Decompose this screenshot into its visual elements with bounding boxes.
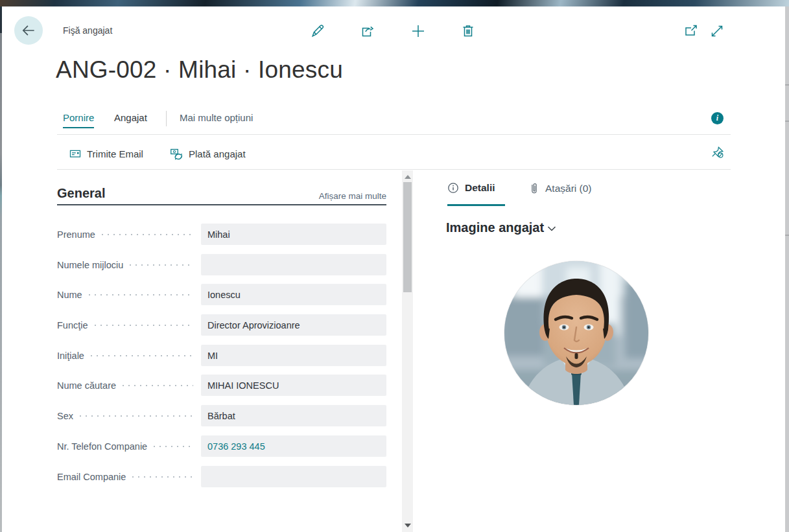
general-heading-rule xyxy=(57,204,386,205)
field-value: Bărbat xyxy=(207,411,235,421)
field-row-sex: Sex Bărbat xyxy=(57,405,386,426)
field-row-nume: Nume Ionescu xyxy=(57,284,386,305)
arrow-left-icon xyxy=(20,22,37,39)
scroll-up-icon[interactable] xyxy=(405,175,411,179)
share-button[interactable] xyxy=(359,23,376,40)
email-field[interactable] xyxy=(201,466,386,487)
field-row-nume-cautare: Nume căutare MIHAI IONESCU xyxy=(57,375,386,396)
field-row-email: Email Companie xyxy=(57,466,386,487)
dotted-leader xyxy=(80,415,193,417)
dotted-leader xyxy=(91,355,193,356)
employee-image-label: Imagine angajat xyxy=(446,220,544,235)
scroll-down-icon[interactable] xyxy=(405,524,411,527)
employee-photo[interactable] xyxy=(504,261,648,405)
field-label: Prenume xyxy=(57,229,95,240)
dotted-leader xyxy=(130,264,193,266)
paperclip-icon xyxy=(529,182,539,194)
banknote-refresh-icon xyxy=(170,147,183,161)
plus-icon xyxy=(410,23,426,39)
share-icon xyxy=(360,23,375,39)
dotted-leader xyxy=(102,234,193,235)
fullscreen-button[interactable] xyxy=(709,23,725,40)
dotted-leader xyxy=(154,446,193,447)
tab-detalii[interactable]: Detalii xyxy=(447,182,495,194)
field-row-functie: Funcţie Director Aprovizioanre xyxy=(57,314,386,336)
middle-name-field[interactable] xyxy=(201,254,386,275)
field-label: Sex xyxy=(57,411,73,421)
browser-scrollbar[interactable] xyxy=(785,6,789,532)
popout-icon xyxy=(683,23,699,39)
tab-atasari[interactable]: Atașări (0) xyxy=(529,182,592,194)
send-email-label: Trimite Email xyxy=(87,148,143,159)
field-label: Iniţiale xyxy=(57,351,84,361)
new-button[interactable] xyxy=(410,23,427,40)
detalii-tab-underline xyxy=(447,204,505,206)
field-row-prenume: Prenume Mihai xyxy=(57,224,386,245)
field-value: Director Aprovizioanre xyxy=(207,320,300,330)
envelope-icon xyxy=(69,147,82,160)
chevron-down-icon xyxy=(545,222,558,235)
open-in-window-button[interactable] xyxy=(683,23,700,40)
background-photo-banner xyxy=(0,0,789,6)
nume-field[interactable]: Ionescu xyxy=(201,284,386,305)
pin-slash-icon xyxy=(711,145,725,159)
field-value: MI xyxy=(207,351,218,361)
dotted-leader xyxy=(89,294,193,295)
dotted-leader xyxy=(132,476,193,478)
page-title: ANG-002 · Mihai · Ionescu xyxy=(56,56,343,84)
employee-image-section-heading[interactable]: Imagine angajat xyxy=(446,220,558,235)
employee-payment-action[interactable]: Plată angajat xyxy=(170,145,246,163)
send-email-action[interactable]: Trimite Email xyxy=(69,145,143,163)
field-label: Numele mijlociu xyxy=(57,260,123,270)
field-row-telefon: Nr. Telefon Companie 0736 293 445 xyxy=(57,435,386,457)
atasari-tab-label: Atașări (0) xyxy=(545,183,592,194)
show-more-link[interactable]: Afișare mai multe xyxy=(319,191,386,201)
sex-field[interactable]: Bărbat xyxy=(201,405,386,426)
field-row-numele-mijlociu: Numele mijlociu xyxy=(57,254,386,275)
scrollbar-thumb[interactable] xyxy=(403,182,412,292)
tab-angajat[interactable]: Angajat xyxy=(114,112,147,127)
content-scrollbar[interactable] xyxy=(402,170,413,532)
dotted-leader xyxy=(123,385,193,386)
field-value: MIHAI IONESCU xyxy=(207,380,279,391)
action-divider-line xyxy=(57,169,731,170)
unpin-button[interactable] xyxy=(709,144,726,161)
field-label: Nume xyxy=(57,290,82,300)
field-label: Email Companie xyxy=(57,472,126,482)
more-options-menu[interactable]: Mai multe opțiuni xyxy=(180,112,253,123)
field-label: Funcţie xyxy=(57,320,88,330)
phone-field[interactable]: 0736 293 445 xyxy=(201,435,386,457)
info-outline-icon xyxy=(447,182,459,194)
employee-payment-label: Plată angajat xyxy=(189,148,246,159)
employee-portrait-image xyxy=(504,261,648,405)
functie-field[interactable]: Director Aprovizioanre xyxy=(201,314,386,336)
search-name-field[interactable]: MIHAI IONESCU xyxy=(201,375,386,396)
field-label: Nume căutare xyxy=(57,380,116,391)
detalii-tab-label: Detalii xyxy=(465,182,495,194)
tab-divider xyxy=(166,111,167,126)
field-row-initiale: Iniţiale MI xyxy=(57,345,386,366)
prenume-field[interactable]: Mihai xyxy=(201,224,386,245)
tab-pornire[interactable]: Pornire xyxy=(63,112,94,128)
page-caption: Fişă angajat xyxy=(63,25,112,36)
menu-divider-line xyxy=(57,134,731,135)
field-value: Mihai xyxy=(207,229,230,240)
field-value: Ionescu xyxy=(207,290,241,300)
initiale-field[interactable]: MI xyxy=(201,345,386,366)
edit-button[interactable] xyxy=(309,23,326,40)
trash-icon xyxy=(460,23,476,39)
pencil-icon xyxy=(310,23,325,39)
delete-button[interactable] xyxy=(460,23,477,40)
field-label: Nr. Telefon Companie xyxy=(57,441,147,452)
back-button[interactable] xyxy=(14,16,43,45)
diagonal-expand-icon xyxy=(709,23,725,39)
info-icon[interactable]: i xyxy=(711,112,724,124)
dotted-leader xyxy=(95,325,193,326)
phone-link[interactable]: 0736 293 445 xyxy=(207,441,265,452)
